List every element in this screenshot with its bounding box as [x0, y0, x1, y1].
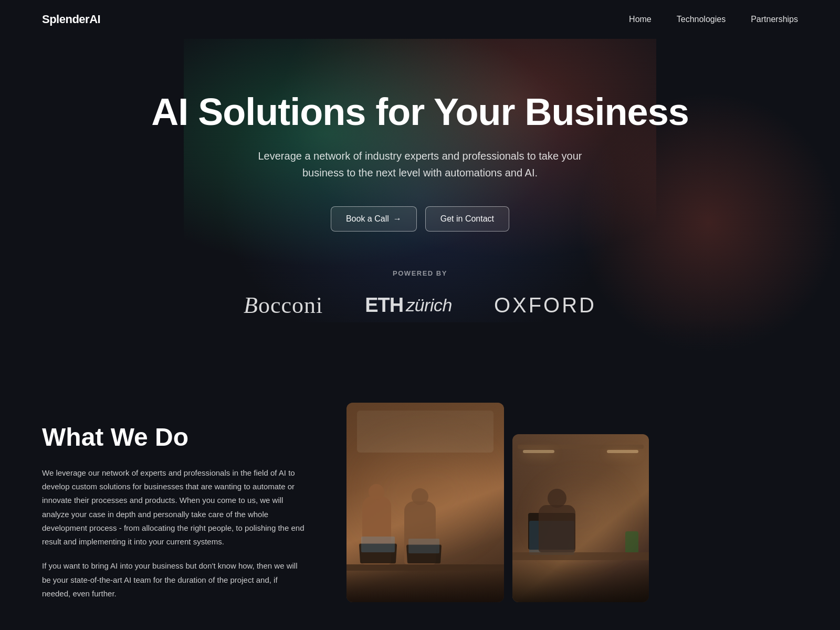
what-we-do-paragraph-1: We leverage our network of experts and p… — [42, 466, 304, 549]
what-we-do-section: What We Do We leverage our network of ex… — [0, 382, 840, 630]
what-we-do-images — [346, 403, 798, 602]
get-in-contact-button[interactable]: Get in Contact — [425, 206, 509, 232]
workspace-image-1 — [346, 403, 504, 602]
hero-cta-group: Book a Call → Get in Contact — [105, 206, 735, 232]
logo[interactable]: SplenderAI — [42, 13, 100, 26]
powered-by-section: POWERED BY Bocconi ETHzürich OXFORD — [105, 269, 735, 319]
arrow-icon: → — [393, 214, 402, 224]
oxford-logo: OXFORD — [494, 293, 596, 317]
section-divider — [0, 319, 840, 382]
eth-zurich-logo: ETHzürich — [365, 294, 452, 317]
powered-by-label: POWERED BY — [105, 269, 735, 277]
hero-title: AI Solutions for Your Business — [105, 91, 735, 133]
what-we-do-title: What We Do — [42, 424, 304, 452]
bocconi-logo: Bocconi — [244, 292, 323, 319]
what-we-do-paragraph-2: If you want to bring AI into your busine… — [42, 559, 304, 601]
contact-label: Get in Contact — [440, 214, 494, 224]
nav-partnerships[interactable]: Partnerships — [751, 15, 798, 24]
navbar: SplenderAI Home Technologies Partnership… — [0, 0, 840, 39]
workspace-image-2 — [512, 434, 649, 602]
nav-links: Home Technologies Partnerships — [629, 15, 798, 24]
book-call-button[interactable]: Book a Call → — [331, 206, 417, 232]
partner-logos: Bocconi ETHzürich OXFORD — [105, 292, 735, 319]
nav-home[interactable]: Home — [629, 15, 652, 24]
book-call-label: Book a Call — [346, 214, 389, 224]
nav-technologies[interactable]: Technologies — [677, 15, 726, 24]
what-we-do-text-block: What We Do We leverage our network of ex… — [42, 424, 304, 611]
hero-subtitle: Leverage a network of industry experts a… — [242, 148, 598, 181]
